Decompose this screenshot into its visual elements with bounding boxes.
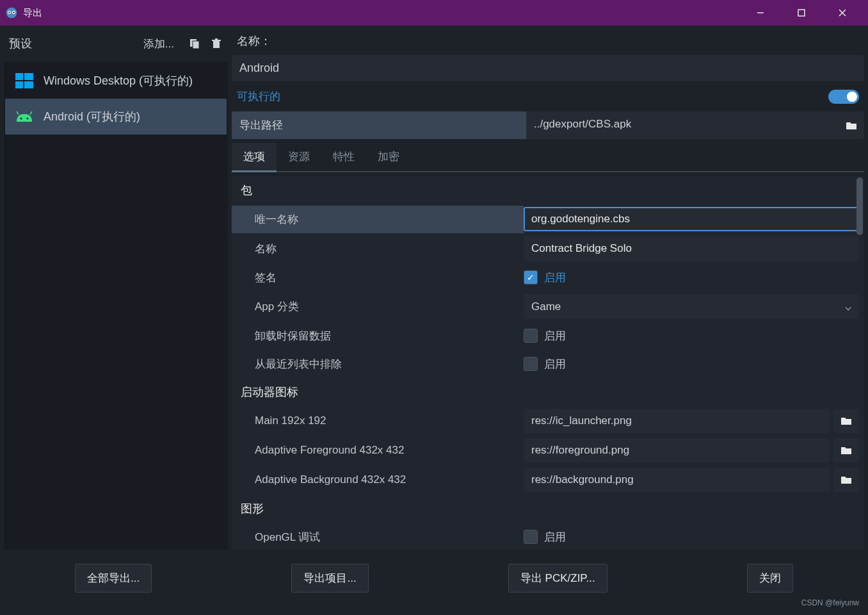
svg-line-20 xyxy=(17,111,19,115)
unique-name-label: 唯一名称 xyxy=(232,206,524,233)
close-button[interactable]: 关闭 xyxy=(747,564,793,593)
svg-rect-14 xyxy=(15,73,23,80)
godot-icon xyxy=(5,6,18,19)
unique-name-input[interactable] xyxy=(524,207,859,231)
svg-line-21 xyxy=(30,111,32,115)
opengl-debug-check-label: 启用 xyxy=(544,530,566,545)
export-path-browse-button[interactable] xyxy=(839,111,864,139)
svg-rect-10 xyxy=(193,41,199,49)
app-category-value: Game xyxy=(531,300,561,313)
svg-point-19 xyxy=(27,118,29,120)
runnable-label: 可执行的 xyxy=(237,89,828,104)
opengl-debug-checkbox[interactable] xyxy=(524,530,538,544)
tabs: 选项 资源 特性 加密 xyxy=(232,143,864,172)
svg-rect-15 xyxy=(24,73,33,80)
section-graphics: 图形 xyxy=(232,495,864,523)
export-all-button[interactable]: 全部导出... xyxy=(75,564,152,593)
package-name-input[interactable]: Contract Bridge Solo xyxy=(524,236,859,261)
maximize-button[interactable] xyxy=(789,0,814,26)
name-input[interactable]: Android xyxy=(232,55,864,81)
delete-icon[interactable] xyxy=(207,35,225,53)
preset-label: Windows Desktop (可执行的) xyxy=(44,73,193,88)
main-icon-input[interactable]: res://ic_launcher.png xyxy=(524,409,830,433)
android-icon xyxy=(13,105,36,128)
package-name-label: 名称 xyxy=(232,235,524,263)
export-project-button[interactable]: 导出项目... xyxy=(291,564,368,593)
preset-label: Android (可执行的) xyxy=(44,109,140,124)
svg-rect-16 xyxy=(15,81,23,88)
presets-title: 预设 xyxy=(9,36,143,51)
presets-panel: 预设 添加... Windows Desktop (可执行的) Android … xyxy=(4,29,228,550)
tab-options[interactable]: 选项 xyxy=(232,143,277,172)
fg-icon-label: Adaptive Foreground 432x 432 xyxy=(232,438,524,463)
svg-rect-6 xyxy=(798,10,805,16)
main-icon-browse[interactable] xyxy=(833,409,859,433)
options-panel: 包 唯一名称 名称 Contract Bridge Solo 签名 ✓启用 Ap… xyxy=(232,176,864,550)
chevron-down-icon: ⌵ xyxy=(845,300,851,313)
signed-checkbox[interactable]: ✓ xyxy=(524,270,538,284)
section-package: 包 xyxy=(232,176,864,204)
scrollbar[interactable] xyxy=(856,177,863,235)
signed-check-label: 启用 xyxy=(544,270,566,285)
exclude-recents-check-label: 启用 xyxy=(544,357,566,372)
window-title: 导出 xyxy=(23,7,748,19)
export-pck-button[interactable]: 导出 PCK/ZIP... xyxy=(508,564,607,593)
fg-icon-input[interactable]: res://foreground.png xyxy=(524,438,830,463)
opengl-debug-label: OpenGL 调试 xyxy=(232,523,524,550)
tab-encryption[interactable]: 加密 xyxy=(366,143,411,171)
preset-windows[interactable]: Windows Desktop (可执行的) xyxy=(5,63,227,99)
exclude-recents-label: 从最近列表中排除 xyxy=(232,350,524,378)
svg-rect-17 xyxy=(24,81,33,88)
signed-label: 签名 xyxy=(232,264,524,291)
copy-icon[interactable] xyxy=(186,35,204,53)
main-icon-label: Main 192x 192 xyxy=(232,408,524,434)
retain-data-label: 卸载时保留数据 xyxy=(232,322,524,350)
main-panel: 名称： Android 可执行的 导出路径 ../gdexport/CBS.ap… xyxy=(232,29,864,550)
svg-rect-11 xyxy=(213,41,220,48)
app-category-select[interactable]: Game⌵ xyxy=(524,294,859,319)
tab-features[interactable]: 特性 xyxy=(321,143,366,171)
svg-rect-12 xyxy=(212,40,221,41)
watermark: CSDN @feiyunw xyxy=(801,598,859,607)
app-category-label: App 分类 xyxy=(232,293,524,320)
bottom-bar: 全部导出... 导出项目... 导出 PCK/ZIP... 关闭 xyxy=(0,554,868,603)
bg-icon-input[interactable]: res://background.png xyxy=(524,468,830,492)
svg-rect-13 xyxy=(215,38,218,40)
exclude-recents-checkbox[interactable] xyxy=(524,357,538,371)
close-button[interactable] xyxy=(830,0,855,26)
svg-point-18 xyxy=(20,118,22,120)
add-preset-button[interactable]: 添加... xyxy=(143,37,174,51)
titlebar: 导出 xyxy=(0,0,868,26)
minimize-button[interactable] xyxy=(748,0,773,26)
preset-list: Windows Desktop (可执行的) Android (可执行的) xyxy=(4,62,228,550)
export-path-input[interactable]: ../gdexport/CBS.apk xyxy=(526,111,839,139)
svg-point-0 xyxy=(6,8,17,19)
retain-data-checkbox[interactable] xyxy=(524,329,538,343)
name-label: 名称： xyxy=(232,29,864,51)
runnable-toggle[interactable] xyxy=(828,90,859,104)
window-controls xyxy=(748,0,863,26)
fg-icon-browse[interactable] xyxy=(833,438,859,463)
tab-resources[interactable]: 资源 xyxy=(277,143,321,171)
preset-android[interactable]: Android (可执行的) xyxy=(5,99,227,135)
windows-icon xyxy=(13,69,36,92)
retain-data-check-label: 启用 xyxy=(544,329,566,343)
svg-point-4 xyxy=(13,12,15,13)
bg-icon-label: Adaptive Background 432x 432 xyxy=(232,467,524,493)
bg-icon-browse[interactable] xyxy=(833,468,859,492)
section-launcher: 启动器图标 xyxy=(232,378,864,406)
svg-point-3 xyxy=(8,12,10,13)
export-path-label: 导出路径 xyxy=(232,111,526,139)
